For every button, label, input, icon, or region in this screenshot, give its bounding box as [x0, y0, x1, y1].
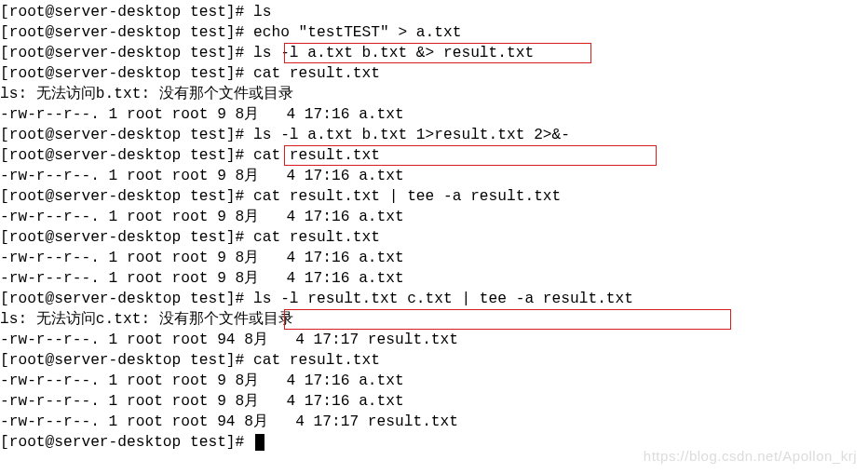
- shell-prompt: [root@server-desktop test]#: [0, 4, 253, 20]
- terminal-line: -rw-r--r--. 1 root root 9 8月 4 17:16 a.t…: [0, 166, 868, 186]
- command-text: ls: [253, 4, 271, 20]
- shell-prompt: [root@server-desktop test]#: [0, 229, 253, 246]
- terminal-line: -rw-r--r--. 1 root root 94 8月 4 17:17 re…: [0, 412, 868, 432]
- terminal-line: [root@server-desktop test]# ls: [0, 2, 868, 22]
- terminal-line: -rw-r--r--. 1 root root 9 8月 4 17:16 a.t…: [0, 391, 868, 412]
- output-text: ls: 无法访问b.txt: 没有那个文件或目录: [0, 86, 293, 102]
- shell-prompt: [root@server-desktop test]#: [0, 45, 253, 61]
- terminal-line: [root@server-desktop test]# cat result.t…: [0, 186, 868, 207]
- output-text: -rw-r--r--. 1 root root 9 8月 4 17:16 a.t…: [0, 106, 404, 123]
- command-text: cat result.txt: [253, 229, 380, 246]
- shell-prompt: [root@server-desktop test]#: [0, 352, 253, 369]
- terminal-line: -rw-r--r--. 1 root root 9 8月 4 17:16 a.t…: [0, 248, 868, 268]
- cursor: [255, 434, 264, 451]
- output-text: -rw-r--r--. 1 root root 9 8月 4 17:16 a.t…: [0, 372, 404, 389]
- command-text: cat result.txt: [253, 147, 380, 164]
- command-text: ls -l result.txt c.txt | tee -a result.t…: [253, 291, 633, 307]
- terminal-line: [root@server-desktop test]# echo "testTE…: [0, 22, 868, 43]
- terminal-line: [root@server-desktop test]# ls -l result…: [0, 289, 868, 309]
- terminal-output[interactable]: [root@server-desktop test]# ls[root@serv…: [0, 2, 868, 453]
- terminal-line: -rw-r--r--. 1 root root 9 8月 4 17:16 a.t…: [0, 104, 868, 125]
- terminal-line: [root@server-desktop test]#: [0, 432, 868, 453]
- shell-prompt: [root@server-desktop test]#: [0, 147, 253, 164]
- terminal-line: -rw-r--r--. 1 root root 94 8月 4 17:17 re…: [0, 330, 868, 350]
- shell-prompt: [root@server-desktop test]#: [0, 434, 253, 451]
- output-text: -rw-r--r--. 1 root root 9 8月 4 17:16 a.t…: [0, 209, 404, 225]
- output-text: -rw-r--r--. 1 root root 9 8月 4 17:16 a.t…: [0, 270, 404, 287]
- output-text: -rw-r--r--. 1 root root 94 8月 4 17:17 re…: [0, 413, 458, 430]
- terminal-line: ls: 无法访问c.txt: 没有那个文件或目录: [0, 309, 868, 330]
- command-text: cat result.txt | tee -a result.txt: [253, 188, 561, 205]
- command-text: ls -l a.txt b.txt &> result.txt: [253, 45, 534, 61]
- shell-prompt: [root@server-desktop test]#: [0, 127, 253, 143]
- command-text: echo "testTEST" > a.txt: [253, 24, 461, 41]
- terminal-line: -rw-r--r--. 1 root root 9 8月 4 17:16 a.t…: [0, 371, 868, 391]
- shell-prompt: [root@server-desktop test]#: [0, 188, 253, 205]
- terminal-line: -rw-r--r--. 1 root root 9 8月 4 17:16 a.t…: [0, 207, 868, 227]
- shell-prompt: [root@server-desktop test]#: [0, 65, 253, 82]
- terminal-line: [root@server-desktop test]# cat result.t…: [0, 145, 868, 166]
- output-text: -rw-r--r--. 1 root root 94 8月 4 17:17 re…: [0, 332, 458, 348]
- command-text: cat result.txt: [253, 352, 380, 369]
- terminal-line: [root@server-desktop test]# cat result.t…: [0, 350, 868, 371]
- shell-prompt: [root@server-desktop test]#: [0, 291, 253, 307]
- terminal-line: ls: 无法访问b.txt: 没有那个文件或目录: [0, 84, 868, 104]
- shell-prompt: [root@server-desktop test]#: [0, 24, 253, 41]
- terminal-line: [root@server-desktop test]# ls -l a.txt …: [0, 43, 868, 63]
- terminal-line: [root@server-desktop test]# cat result.t…: [0, 63, 868, 84]
- terminal-line: [root@server-desktop test]# ls -l a.txt …: [0, 125, 868, 145]
- output-text: ls: 无法访问c.txt: 没有那个文件或目录: [0, 311, 293, 328]
- command-text: ls -l a.txt b.txt 1>result.txt 2>&-: [253, 127, 570, 143]
- terminal-line: -rw-r--r--. 1 root root 9 8月 4 17:16 a.t…: [0, 268, 868, 289]
- output-text: -rw-r--r--. 1 root root 9 8月 4 17:16 a.t…: [0, 393, 404, 410]
- output-text: -rw-r--r--. 1 root root 9 8月 4 17:16 a.t…: [0, 168, 404, 184]
- terminal-line: [root@server-desktop test]# cat result.t…: [0, 227, 868, 248]
- command-text: cat result.txt: [253, 65, 380, 82]
- output-text: -rw-r--r--. 1 root root 9 8月 4 17:16 a.t…: [0, 250, 404, 266]
